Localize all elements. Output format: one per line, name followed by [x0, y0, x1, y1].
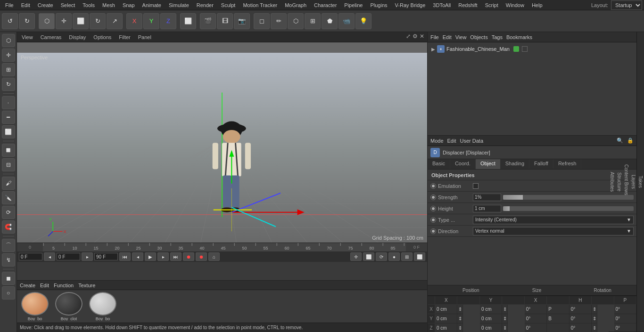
bend-button[interactable]: ⌒	[2, 239, 15, 252]
vp-menu-display[interactable]: Display	[67, 33, 88, 41]
end-frame-input[interactable]	[94, 253, 118, 260]
emulation-radio[interactable]	[430, 183, 436, 189]
rs-tab-layers[interactable]: Layers	[630, 32, 637, 332]
attr-mode-userdata[interactable]: User Data	[460, 138, 484, 144]
type-radio[interactable]	[430, 217, 436, 223]
strength-radio[interactable]	[430, 194, 436, 200]
menu-plugins[interactable]: Plugins	[367, 1, 390, 9]
size-x-input[interactable]	[481, 307, 500, 312]
menu-mesh[interactable]: Mesh	[99, 1, 118, 9]
tg-rot5[interactable]	[525, 324, 547, 332]
pos-x-input[interactable]	[437, 307, 455, 312]
vp-menu-filter[interactable]: Filter	[117, 33, 132, 41]
tg-pos-y[interactable]	[435, 314, 457, 324]
rot-h-input[interactable]	[526, 307, 545, 312]
light-button[interactable]: 💡	[355, 13, 372, 29]
menu-snap[interactable]: Snap	[119, 1, 138, 9]
size-z-input[interactable]	[481, 325, 500, 331]
axis-x-button[interactable]: X	[126, 13, 142, 29]
attr-tab-coord[interactable]: Coord.	[450, 159, 476, 169]
scale-button[interactable]: ⊞	[2, 63, 15, 76]
magnet-button[interactable]: 🧲	[2, 220, 15, 234]
axis-z-button[interactable]: Z	[160, 13, 176, 29]
paint-button[interactable]: 🖌	[2, 177, 15, 190]
rs-tab-takes[interactable]: Takes	[637, 32, 644, 332]
om-menu-edit[interactable]: Edit	[443, 34, 452, 40]
snap2-button[interactable]: ⊟	[2, 158, 15, 171]
menu-redshift[interactable]: Redshift	[455, 1, 480, 9]
vp-menu-cameras[interactable]: Cameras	[39, 33, 64, 41]
menu-motion-tracker[interactable]: Motion Tracker	[239, 1, 281, 9]
model-mode-button[interactable]: ⬡	[39, 13, 55, 29]
prev-frame-button[interactable]: ◂	[132, 252, 143, 261]
menu-create[interactable]: Create	[34, 1, 57, 9]
menu-tools[interactable]: Tools	[79, 1, 98, 9]
menu-animate[interactable]: Animate	[139, 1, 165, 9]
spline-button[interactable]: ✏	[271, 13, 287, 29]
render-anim-button[interactable]: 🎞	[217, 13, 233, 29]
tg-size-x[interactable]	[480, 305, 502, 314]
object-item-main[interactable]: ▶ ♦ Fashionable_Chinese_Man	[429, 44, 635, 54]
menu-simulate[interactable]: Simulate	[165, 1, 192, 9]
tl-next-arrow[interactable]: ▸	[82, 252, 93, 261]
tg-rot-p[interactable]	[570, 305, 592, 314]
material-item-2[interactable]: Boy_bo	[87, 292, 119, 321]
om-menu-objects[interactable]: Objects	[470, 34, 487, 40]
key-button[interactable]: ⌂	[208, 252, 220, 261]
play-button[interactable]: ▶	[145, 252, 156, 261]
rot6-input[interactable]	[571, 325, 590, 331]
start-frame-input[interactable]	[19, 253, 42, 260]
tg-rot2[interactable]	[525, 314, 547, 324]
deformer-button[interactable]: ⬡	[288, 13, 304, 29]
timeline-mode-button[interactable]: ⬜	[414, 252, 425, 261]
viewport[interactable]: View Cameras Display Options Filter Pane…	[17, 32, 427, 243]
mat-menu-edit[interactable]: Edit	[40, 283, 49, 288]
om-menu-bookmarks[interactable]: Bookmarks	[506, 34, 532, 40]
tg-pos-z[interactable]	[435, 324, 457, 332]
twist-button[interactable]: ↯	[2, 253, 15, 267]
tg-size-z[interactable]	[480, 324, 502, 332]
menu-file[interactable]: File	[2, 1, 17, 9]
auto-key-button[interactable]: ⏺	[196, 252, 207, 261]
select-all-button[interactable]: ⬡	[2, 34, 15, 47]
current-frame-input[interactable]	[57, 253, 80, 260]
viewport-settings-icon[interactable]: ⚙	[413, 33, 418, 40]
smooth-button[interactable]: ○	[2, 286, 15, 300]
strength-slider[interactable]	[503, 195, 634, 200]
rs-tab-structure[interactable]: Structure	[616, 32, 623, 332]
direction-radio[interactable]	[430, 228, 436, 234]
move-button[interactable]: ✛	[2, 49, 15, 62]
render-region-button[interactable]: 🎬	[200, 13, 216, 29]
rs-tab-content[interactable]: Content Browser	[623, 32, 630, 332]
array-button[interactable]: ⊞	[305, 13, 321, 29]
attr-mode-mode[interactable]: Mode	[430, 138, 444, 144]
knife-button[interactable]: 🔪	[2, 191, 15, 204]
vp-menu-panel[interactable]: Panel	[136, 33, 153, 41]
tg-rot3[interactable]	[570, 314, 592, 324]
rot-p-input[interactable]	[571, 307, 590, 312]
solo-button[interactable]: ●	[388, 252, 400, 261]
menu-sculpt[interactable]: Sculpt	[218, 1, 239, 9]
points-mode[interactable]: ·	[2, 96, 15, 109]
height-radio[interactable]	[430, 206, 436, 211]
snap-button[interactable]: 🔲	[2, 144, 15, 157]
scale-keys-button[interactable]: ⬜	[363, 252, 374, 261]
attr-tab-object[interactable]: Object	[476, 159, 501, 169]
move-keys-button[interactable]: ✛	[350, 252, 362, 261]
vp-menu-options[interactable]: Options	[91, 33, 113, 41]
tg-rot6[interactable]	[570, 324, 592, 332]
mat-menu-create[interactable]: Create	[20, 283, 35, 288]
material-tag-button[interactable]: ◼	[2, 272, 15, 285]
next-frame-button[interactable]: ▸	[157, 252, 169, 261]
size-y-input[interactable]	[481, 316, 500, 321]
go-to-end-button[interactable]: ⏭	[170, 252, 182, 261]
tl-prev-arrow[interactable]: ◂	[44, 252, 55, 261]
om-menu-view[interactable]: View	[455, 34, 467, 40]
viewport-close-icon[interactable]: ✕	[420, 33, 424, 40]
menu-3dtoall[interactable]: 3DToAll	[429, 1, 454, 9]
attr-tab-shading[interactable]: Shading	[501, 159, 529, 169]
go-to-start-button[interactable]: ⏮	[119, 252, 131, 261]
rotate-button[interactable]: ↻	[2, 78, 15, 91]
record-button[interactable]: ⏺	[183, 252, 194, 261]
render-to-picture-button[interactable]: 📷	[234, 13, 250, 29]
